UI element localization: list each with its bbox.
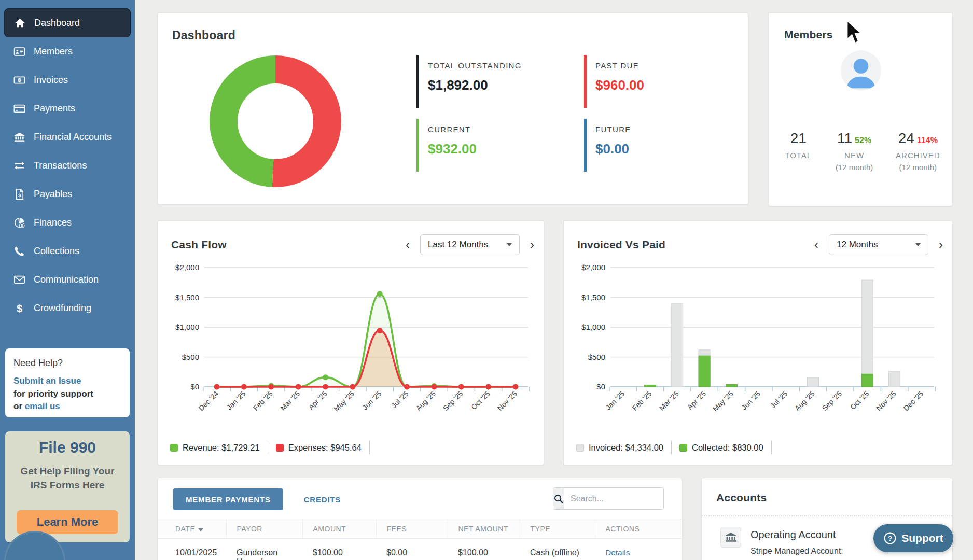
next-period-button[interactable]: › [939,239,943,251]
svg-text:Oct '25: Oct '25 [849,389,871,412]
legend-divider [671,441,672,454]
svg-text:$: $ [21,223,23,228]
svg-text:Dec '25: Dec '25 [902,389,925,413]
sidebar-item-transactions[interactable]: Transactions [0,151,135,180]
sidebar-item-label: Crowdfunding [34,303,91,314]
stat-label: TOTAL [774,151,823,160]
submit-issue-link[interactable]: Submit an Issue [13,376,81,386]
svg-text:Jun '25: Jun '25 [360,389,383,412]
stat-value: $960.00 [595,77,734,93]
svg-text:Nov '25: Nov '25 [874,389,898,413]
cell-fees: $0.00 [376,539,448,560]
cash-flow-title: Cash Flow [171,239,227,251]
legend-label[interactable]: Collected: $830.00 [692,443,763,453]
chevron-down-icon [915,243,921,246]
svg-text:$1,500: $1,500 [175,293,199,302]
prev-period-button[interactable]: ‹ [814,239,818,251]
stat-value: 21 [790,130,807,146]
stat-total-outstanding: TOTAL OUTSTANDING$1,892.00 [416,55,567,108]
stat-label: NEW [823,151,885,160]
column-header-fees: FEES [376,519,448,539]
payments-search[interactable] [553,487,664,510]
bank-icon [13,131,25,143]
column-header-payor: PAYOR [226,519,302,539]
divider [702,515,952,516]
stat-value: 24 [898,130,914,146]
question-circle-icon: ? [883,531,897,545]
search-input[interactable] [564,488,664,509]
account-name[interactable]: Operating Account [750,529,836,541]
invoice-icon: $ [13,188,25,200]
tab-member-payments[interactable]: MEMBER PAYMENTS [173,488,283,510]
cash-flow-range-select[interactable]: Last 12 Months [420,234,520,255]
accounts-title: Accounts [716,492,767,504]
legend-label[interactable]: Invoiced: $4,334.00 [589,443,663,453]
payments-table: DATEPAYORAMOUNTFEESNET AMOUNTTYPEACTIONS… [158,519,682,560]
svg-text:Feb '25: Feb '25 [630,389,653,412]
sort-descending-icon [198,528,203,531]
svg-text:Mar '25: Mar '25 [658,389,680,412]
members-card[interactable]: Members 21TOTAL1152%NEW(12 month)24114%A… [768,12,953,206]
details-link[interactable]: Details [605,548,630,557]
stat-label: FUTURE [595,125,734,134]
sidebar: DashboardMembers1InvoicesPaymentsFinanci… [0,0,135,560]
stat-past-due: PAST DUE$960.00 [584,55,734,108]
column-header-net-amount: NET AMOUNT [448,519,520,539]
invoiced-title: Invoiced Vs Paid [577,239,665,251]
need-help-title: Need Help? [13,358,121,369]
legend-divider [771,441,772,454]
svg-text:?: ? [888,535,892,542]
invoiced-range-select[interactable]: 12 Months [829,234,928,255]
svg-text:Jan '25: Jan '25 [604,389,626,412]
cash-flow-legend: Revenue: $1,729.21Expenses: $945.64 [170,441,378,454]
sidebar-item-finances[interactable]: $Finances [0,208,135,237]
svg-text:May '25: May '25 [332,389,356,413]
member-payments-card: MEMBER PAYMENTS CREDITS DATEPAYORAMOUNTF… [157,478,682,560]
stat-sublabel: (12 month) [823,163,885,172]
sidebar-item-dashboard[interactable]: Dashboard [4,8,131,37]
outstanding-donut-chart [205,51,345,191]
home-icon [14,17,26,29]
next-period-button[interactable]: › [530,239,534,251]
support-button[interactable]: ? Support [873,524,953,552]
sidebar-item-label: Dashboard [34,18,80,29]
cell-amount: $100.00 [302,539,376,560]
legend-label[interactable]: Revenue: $1,729.21 [183,443,260,453]
stat-value: $932.00 [428,141,567,157]
sidebar-item-communication[interactable]: Communication [0,265,135,294]
legend-swatch [679,444,687,452]
sidebar-item-crowdfunding[interactable]: $Crowdfunding [0,294,135,323]
legend-label[interactable]: Expenses: $945.64 [288,443,362,453]
sidebar-item-payables[interactable]: $Payables [0,180,135,208]
file-990-subtitle: Get Help Filing Your IRS Forms Here [13,465,121,492]
svg-text:Aug '25: Aug '25 [414,389,437,413]
search-icon [553,488,564,509]
sidebar-item-label: Payments [34,103,75,114]
email-us-link[interactable]: email us [25,401,60,411]
tab-credits[interactable]: CREDITS [304,495,341,504]
svg-text:Jun '25: Jun '25 [740,389,762,412]
invoiced-range-value: 12 Months [837,240,878,250]
column-header-date[interactable]: DATE [158,519,226,539]
sidebar-item-collections[interactable]: Collections [0,237,135,265]
svg-text:$2,000: $2,000 [175,263,199,272]
svg-text:Jan '25: Jan '25 [225,389,247,412]
svg-text:$: $ [18,193,21,198]
svg-text:Apr '25: Apr '25 [686,389,708,412]
envelope-icon [13,274,25,286]
sidebar-item-members[interactable]: Members [0,37,135,66]
chevron-down-icon [507,243,512,246]
column-header-type: TYPE [520,519,595,539]
sidebar-item-invoices[interactable]: 1Invoices [0,66,135,94]
prev-period-button[interactable]: ‹ [406,239,410,251]
legend-swatch [576,444,584,452]
learn-more-button[interactable]: Learn More [17,510,118,534]
column-header-actions: ACTIONS [595,519,682,539]
svg-text:Nov '25: Nov '25 [496,389,519,413]
svg-text:Sep '25: Sep '25 [820,389,843,413]
stat-sublabel: (12 month) [886,163,950,172]
sidebar-item-payments[interactable]: Payments [0,94,135,123]
legend-swatch [170,444,178,452]
sidebar-item-financial-accounts[interactable]: Financial Accounts [0,123,135,151]
svg-text:$0: $0 [596,382,605,391]
